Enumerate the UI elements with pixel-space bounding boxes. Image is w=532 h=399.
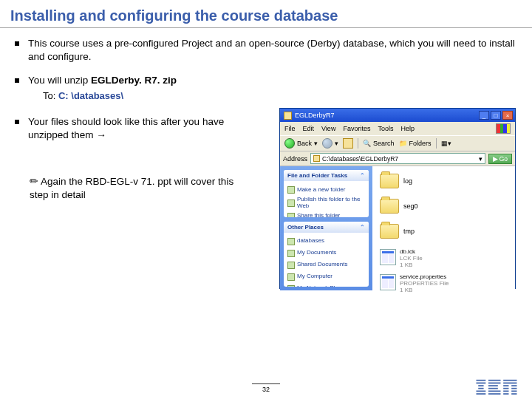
place-icon	[287, 250, 295, 257]
task-label: Share this folder	[297, 213, 340, 217]
file-meta: service.properties PROPERTIES File 1 KB	[400, 274, 449, 293]
svg-rect-6	[488, 380, 501, 381]
svg-rect-0	[477, 380, 486, 381]
chevron-icon: ⌃	[360, 172, 365, 179]
back-icon	[284, 138, 295, 149]
forward-icon	[322, 138, 332, 149]
svg-rect-9	[488, 388, 498, 389]
chevron-down-icon[interactable]: ▾	[479, 155, 482, 163]
note: ✏ Again the RBD-EGL-v 71. ppt will cover…	[30, 175, 251, 202]
folder-item[interactable]: tmp	[380, 224, 511, 239]
svg-rect-2	[478, 385, 483, 386]
maximize-button[interactable]: □	[491, 111, 501, 120]
place-icon	[287, 285, 295, 287]
places-panel-header[interactable]: Other Places⌃	[284, 222, 369, 233]
bullet-2-text: You will unzip EGLDerby. R7. zip To: C: …	[28, 74, 177, 102]
file-item[interactable]: db.lck LCK File 1 KB	[380, 249, 511, 268]
svg-rect-21	[511, 393, 516, 395]
folder-icon	[284, 112, 292, 120]
back-label: Back	[297, 140, 312, 147]
place-item[interactable]: databases	[287, 236, 365, 247]
svg-rect-13	[503, 383, 516, 384]
folder-label: log	[403, 177, 412, 185]
task-item[interactable]: Share this folder	[287, 211, 365, 217]
tasks-panel-header[interactable]: File and Folder Tasks⌃	[284, 170, 369, 181]
svg-rect-10	[488, 391, 501, 392]
file-size: 1 KB	[400, 262, 423, 269]
explorer-body: File and Folder Tasks⌃ Make a new folder…	[280, 166, 515, 290]
window-buttons: _ □ ×	[479, 111, 513, 120]
up-icon	[343, 138, 353, 149]
file-item[interactable]: service.properties PROPERTIES File 1 KB	[380, 274, 511, 293]
svg-rect-14	[503, 385, 508, 386]
task-item[interactable]: Make a new folder	[287, 185, 365, 195]
ibm-logo	[476, 378, 517, 395]
menu-view[interactable]: View	[321, 125, 335, 132]
place-item[interactable]: My Computer	[287, 272, 365, 282]
back-button[interactable]: Back ▾	[284, 138, 318, 149]
place-label: My Network Places	[297, 285, 347, 287]
svg-rect-19	[511, 391, 516, 392]
views-button[interactable]: ▦▾	[441, 140, 451, 147]
menu-file[interactable]: File	[284, 125, 296, 132]
close-button[interactable]: ×	[502, 111, 513, 120]
place-label: databases	[297, 238, 324, 245]
up-button[interactable]	[343, 138, 353, 149]
go-button[interactable]: ▶ Go	[488, 154, 512, 164]
forward-button[interactable]: ▾	[322, 138, 338, 149]
chevron-icon: ⌃	[360, 224, 365, 231]
place-label: My Computer	[297, 273, 332, 280]
slide-content: This course uses a pre-configured Projec…	[0, 28, 532, 202]
file-size: 1 KB	[400, 287, 449, 294]
bullet-1-text: This course uses a pre-configured Projec…	[28, 37, 517, 64]
svg-rect-12	[503, 380, 516, 381]
folder-icon	[313, 155, 320, 162]
menubar: File Edit View Favorites Tools Help	[280, 122, 515, 135]
place-item[interactable]: My Documents	[287, 248, 365, 259]
svg-rect-1	[477, 383, 486, 384]
place-item[interactable]: Shared Documents	[287, 260, 365, 270]
slide-title: Installing and configuring the course da…	[0, 0, 532, 28]
bullet-3: Your files should look like this after y…	[15, 115, 251, 142]
note-pre: ✏ Again the	[30, 176, 86, 187]
bullet-2-sub: To: C: \databases\	[43, 89, 177, 103]
tasks-panel-body: Make a new folder Publish this folder to…	[284, 181, 369, 217]
place-item[interactable]: My Network Places	[287, 284, 365, 287]
bullet-marker	[15, 78, 19, 83]
svg-rect-15	[511, 385, 516, 386]
bullet-1: This course uses a pre-configured Projec…	[15, 37, 517, 64]
tasks-panel: File and Folder Tasks⌃ Make a new folder…	[284, 170, 369, 217]
file-pane[interactable]: log seg0 tmp db.lck LCK File 1 KB servic…	[372, 166, 515, 290]
folder-item[interactable]: seg0	[380, 199, 511, 214]
search-label: Search	[373, 140, 395, 147]
address-value: C:\databases\EGLDerbyR7	[322, 155, 398, 163]
minimize-button[interactable]: _	[479, 111, 489, 120]
page-number: 32	[252, 383, 280, 395]
menu-tools[interactable]: Tools	[378, 125, 393, 132]
bullet-2-sub-label: To:	[43, 90, 58, 101]
bullet-3-text: Your files should look like this after y…	[28, 115, 251, 142]
note-bold: RBD-EGL-v 71. ppt	[86, 176, 171, 187]
bullet-2-bold: EGLDerby. R7. zip	[91, 75, 177, 86]
folder-label: tmp	[403, 228, 415, 235]
windows-logo-icon	[496, 123, 511, 134]
address-field[interactable]: C:\databases\EGLDerbyR7 ▾	[310, 153, 485, 164]
go-label: Go	[499, 155, 508, 163]
search-button[interactable]: 🔍 Search	[363, 140, 395, 147]
task-icon	[287, 186, 295, 194]
menu-edit[interactable]: Edit	[303, 125, 315, 132]
place-label: Shared Documents	[297, 262, 347, 268]
place-icon	[287, 273, 295, 281]
file-meta: db.lck LCK File 1 KB	[400, 249, 423, 268]
menu-help[interactable]: Help	[400, 125, 415, 132]
titlebar[interactable]: EGLDerbyR7 _ □ ×	[280, 109, 515, 122]
svg-rect-8	[488, 385, 498, 386]
svg-rect-7	[488, 383, 501, 384]
task-item[interactable]: Publish this folder to the Web	[287, 197, 365, 210]
place-icon	[287, 262, 295, 269]
folders-button[interactable]: 📁 Folders	[399, 140, 432, 147]
file-icon	[380, 274, 396, 290]
menu-favorites[interactable]: Favorites	[343, 125, 370, 132]
folder-icon	[380, 224, 399, 239]
folder-item[interactable]: log	[380, 174, 511, 188]
